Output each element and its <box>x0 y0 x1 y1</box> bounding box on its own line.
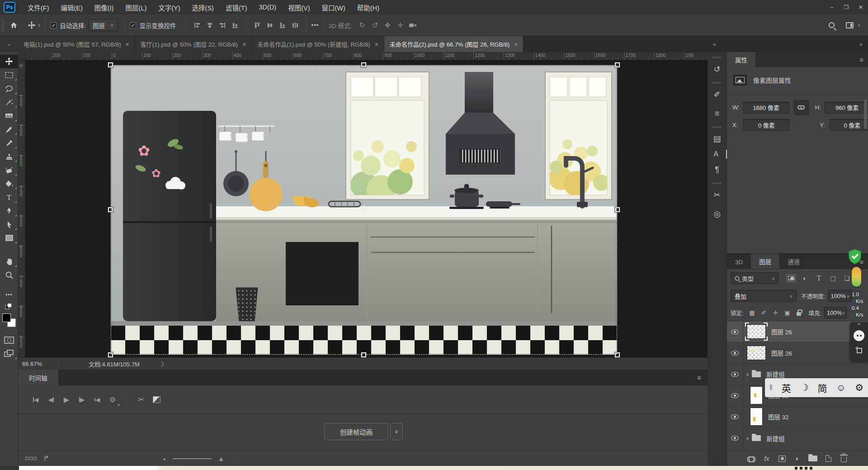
timeline-zoom-slider[interactable] <box>173 458 212 459</box>
close-icon[interactable]: × <box>375 41 378 48</box>
clone-stamp-tool[interactable] <box>0 150 18 163</box>
align-vcenter-icon[interactable] <box>265 20 275 30</box>
ime-emoji-icon[interactable]: ☺ <box>836 382 846 393</box>
visibility-toggle[interactable] <box>727 321 743 342</box>
history-panel-icon[interactable]: ↺ <box>708 61 727 77</box>
menu-image[interactable]: 图像(I) <box>89 0 120 14</box>
previous-frame-icon[interactable]: ◀ <box>43 393 59 406</box>
zoom-out-timeline-icon[interactable]: ▲ <box>162 456 166 461</box>
ruler-top[interactable]: 2001000100200300400500600700800900100011… <box>18 52 708 60</box>
show-transform-checkbox[interactable]: ✓ <box>130 22 136 28</box>
layer-style-fx-icon[interactable]: fx <box>762 454 772 463</box>
filter-adjustment-layers-icon[interactable]: ◐ <box>799 273 811 284</box>
layer-thumbnail[interactable] <box>747 324 766 339</box>
move-tool-icon[interactable] <box>26 19 38 32</box>
marquee-tool[interactable] <box>0 68 18 82</box>
layer-name[interactable]: 图层 32 <box>768 412 789 421</box>
transform-reference-point[interactable] <box>361 207 367 213</box>
tab-document-1[interactable]: 电箱(1).psd @ 50% (图层 57, RGB/8) × <box>18 36 135 52</box>
layer-name[interactable]: 图层 26 <box>771 327 792 336</box>
timeline-menu-icon[interactable]: ≡ <box>697 374 701 381</box>
close-icon[interactable]: × <box>514 41 518 48</box>
tab-timeline[interactable]: 时间轴 <box>18 370 58 385</box>
color-pill-widget[interactable] <box>852 267 861 287</box>
close-icon[interactable]: × <box>125 41 129 48</box>
search-icon[interactable] <box>826 19 838 32</box>
transform-handle-mr[interactable] <box>615 207 620 212</box>
menu-edit[interactable]: 编辑(E) <box>55 0 89 14</box>
delete-layer-icon[interactable] <box>839 454 849 463</box>
create-animation-chevron[interactable]: ∨ <box>390 423 403 440</box>
3d-orbit-icon[interactable]: ↻ <box>357 20 367 30</box>
lock-pixels-icon[interactable]: ✐ <box>758 308 769 318</box>
visibility-toggle[interactable] <box>727 406 743 427</box>
shape-tool[interactable] <box>0 231 18 245</box>
y-field[interactable]: 0 像素 <box>830 119 868 131</box>
libraries-panel-icon[interactable]: ▤ <box>708 131 727 147</box>
transform-handle-bm[interactable] <box>361 352 366 357</box>
distribute-v-icon[interactable] <box>290 20 300 30</box>
layer-row-selected[interactable]: 图层 26 <box>727 321 868 342</box>
3d-pan-icon[interactable]: ✥ <box>382 20 392 30</box>
menu-filter[interactable]: 滤镜(T) <box>220 0 253 14</box>
type-tool[interactable]: T <box>0 190 18 204</box>
expand-panels-icon[interactable]: » <box>859 41 863 47</box>
transform-handle-tm[interactable] <box>361 62 366 67</box>
align-hcenter-icon[interactable] <box>205 20 215 30</box>
fill-field[interactable]: 100% ∨ <box>824 307 847 318</box>
align-left-icon[interactable] <box>192 20 202 30</box>
new-group-icon[interactable] <box>808 454 818 463</box>
crop-tool[interactable] <box>0 109 18 123</box>
filter-shape-layers-icon[interactable]: ▢ <box>827 273 839 284</box>
transition-icon[interactable] <box>149 393 164 406</box>
close-icon[interactable]: × <box>242 41 246 48</box>
chat-bubble-icon[interactable] <box>854 330 864 341</box>
layer-filter-dropdown[interactable]: 类型 ∨ <box>731 272 778 284</box>
play-icon[interactable]: ▶ <box>59 393 74 406</box>
visibility-toggle[interactable] <box>727 427 743 449</box>
layer-thumbnail[interactable] <box>750 408 763 426</box>
menu-window[interactable]: 窗口(W) <box>316 0 351 14</box>
menu-select[interactable]: 选择(S) <box>186 0 220 14</box>
group-expand-chevron[interactable]: ∨ <box>746 436 749 441</box>
transform-handle-tr[interactable] <box>615 62 620 67</box>
default-colors-icon[interactable] <box>0 302 18 312</box>
paragraph-panel-icon[interactable]: ¶ <box>708 161 727 178</box>
visibility-toggle[interactable] <box>727 385 743 406</box>
lock-transparency-icon[interactable]: ▦ <box>746 308 758 318</box>
menu-view[interactable]: 视图(V) <box>282 0 316 14</box>
zoom-in-timeline-icon[interactable]: ▲ <box>218 455 224 462</box>
workspace-icon[interactable] <box>844 19 856 32</box>
menu-file[interactable]: 文件(F) <box>22 0 55 14</box>
minimize-button[interactable]: – <box>825 0 839 14</box>
filter-smart-objects-icon[interactable]: ❏ <box>841 273 853 284</box>
lock-position-icon[interactable]: ✛ <box>769 308 781 318</box>
lasso-tool[interactable] <box>0 82 18 95</box>
next-frame-icon[interactable]: ▶ <box>74 393 90 406</box>
layer-thumbnail[interactable] <box>747 346 766 360</box>
zoom-tool[interactable] <box>0 268 18 282</box>
status-chevron[interactable]: 〉 <box>161 360 167 368</box>
tab-document-3[interactable]: 未命名作品(1).psd @ 50% (新建组, RGB/8) × <box>252 36 384 52</box>
ruler-left[interactable]: 0100200300400500600700800900 <box>18 60 25 357</box>
quick-mask-icon[interactable] <box>0 333 18 347</box>
eyedropper-tool[interactable] <box>0 136 18 150</box>
transform-handle-tl[interactable] <box>108 62 113 67</box>
properties-menu-icon[interactable]: ≡ <box>859 56 863 63</box>
split-clip-icon[interactable]: ✂ <box>133 393 149 406</box>
link-dimensions-icon[interactable] <box>794 100 809 115</box>
properties-scrollbar[interactable] <box>864 100 867 129</box>
height-field[interactable]: 960 像素 <box>825 102 868 114</box>
adjustment-layer-icon[interactable]: ◐ <box>793 454 802 463</box>
layer-name[interactable]: 图层 26 <box>771 348 792 357</box>
lock-all-icon[interactable] <box>793 308 805 318</box>
3d-slide-icon[interactable]: ✛ <box>395 20 405 30</box>
transform-handle-ml[interactable] <box>108 207 113 212</box>
distribute-h-icon[interactable] <box>230 20 240 30</box>
antivirus-shield-icon[interactable] <box>848 249 862 266</box>
timeline-settings-icon[interactable]: ⚙∨ <box>105 393 120 406</box>
foreground-background-colors[interactable] <box>2 313 16 327</box>
menu-type[interactable]: 文字(Y) <box>152 0 186 14</box>
group-name[interactable]: 新建组 <box>766 370 785 379</box>
workspace-chevron[interactable]: ∨ <box>858 23 861 28</box>
